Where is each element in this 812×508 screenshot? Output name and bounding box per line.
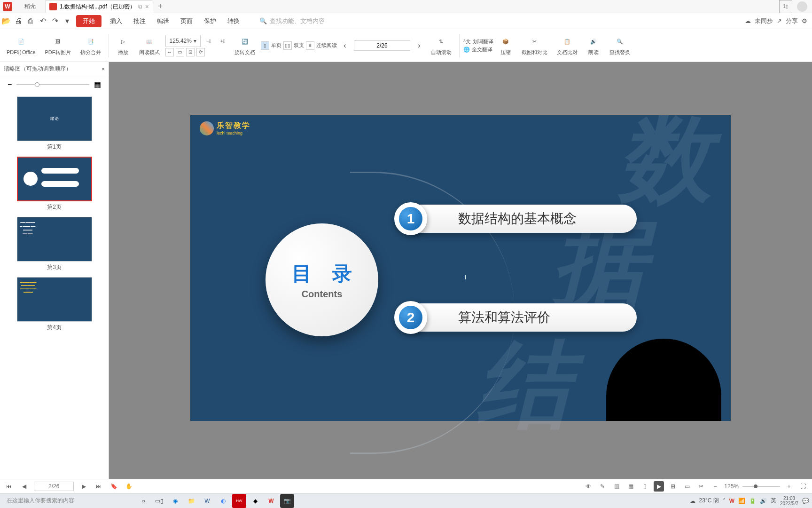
actual-size-icon[interactable]: ⊡ bbox=[186, 48, 195, 56]
continuous-label[interactable]: 连续阅读 bbox=[316, 42, 337, 49]
weather-label[interactable]: 23°C 阴 bbox=[699, 497, 719, 505]
first-page-icon[interactable]: ⏮ bbox=[4, 481, 14, 492]
prev-page-icon[interactable]: ‹ bbox=[339, 40, 351, 52]
explorer-icon[interactable]: 📁 bbox=[184, 494, 198, 508]
redo-icon[interactable]: ↷ bbox=[49, 15, 61, 27]
eye-icon[interactable]: 👁 bbox=[583, 481, 593, 492]
single-page-label[interactable]: 单页 bbox=[271, 42, 281, 49]
settings-icon[interactable]: ⚙ bbox=[802, 17, 807, 24]
fit-page-icon[interactable]: ▭ bbox=[176, 48, 184, 56]
app-icon-1[interactable]: ◆ bbox=[248, 494, 262, 508]
tab-detach-icon[interactable]: ⧉ bbox=[138, 3, 142, 10]
share-icon[interactable]: ↗ bbox=[777, 17, 782, 24]
user-avatar-icon[interactable] bbox=[797, 1, 807, 12]
zoom-status-label[interactable]: 125% bbox=[724, 483, 739, 490]
single-page-icon[interactable]: ▯ bbox=[261, 41, 269, 50]
notification-icon[interactable]: 💬 bbox=[802, 498, 809, 504]
prev-page-icon-status[interactable]: ◀ bbox=[19, 481, 29, 492]
last-page-icon[interactable]: ⏭ bbox=[94, 481, 104, 492]
thumb-page-3[interactable]: ▬▬ ▬▬▬▬▬ ▬▬▬ ▬▬▬▬▬▬▬▬ ▬▬ 第3页 bbox=[4, 217, 105, 271]
doc-compare-button[interactable]: 📋文档比对 bbox=[553, 33, 581, 58]
open-icon[interactable]: 📂 bbox=[0, 15, 12, 27]
bookmark-icon[interactable]: 🔖 bbox=[109, 481, 119, 492]
zoom-out-icon[interactable]: −⃝ bbox=[203, 35, 215, 47]
page-indicator[interactable]: 2/26 bbox=[354, 40, 410, 51]
panel-icon[interactable]: ▥ bbox=[611, 481, 622, 492]
tab-add-button[interactable]: + bbox=[153, 1, 168, 11]
fullscreen-icon[interactable]: ⛶ bbox=[798, 481, 808, 492]
find-replace-button[interactable]: 🔍查找替换 bbox=[606, 33, 634, 58]
compress-button[interactable]: 📦压缩 bbox=[495, 33, 516, 58]
pdf-to-image-button[interactable]: 🖼PDF转图片 bbox=[41, 33, 75, 58]
hand-icon[interactable]: ✋ bbox=[124, 481, 134, 492]
single-view-icon[interactable]: ▯ bbox=[640, 481, 650, 492]
play-button[interactable]: ▷播放 bbox=[113, 33, 133, 58]
layout-icon[interactable]: ▭ bbox=[682, 481, 692, 492]
wifi-icon[interactable]: 📶 bbox=[738, 498, 745, 504]
pencil-icon[interactable]: ✎ bbox=[597, 481, 608, 492]
zoom-in-status-icon[interactable]: + bbox=[784, 481, 794, 492]
menu-insert[interactable]: 插入 bbox=[104, 17, 128, 25]
rotate-button[interactable]: 🔄旋转文档 bbox=[231, 33, 259, 58]
fit-width-icon[interactable]: ↔ bbox=[165, 48, 174, 56]
pdf-to-office-button[interactable]: 📄PDF转Office bbox=[3, 33, 39, 58]
read-aloud-button[interactable]: 🔊朗读 bbox=[583, 33, 604, 58]
menu-convert[interactable]: 转换 bbox=[222, 17, 245, 25]
fit-icon[interactable]: ⊞ bbox=[668, 481, 678, 492]
quick-print-icon[interactable]: ⎙ bbox=[24, 15, 37, 27]
double-page-icon[interactable]: ▯▯ bbox=[283, 41, 292, 50]
screenshot-compare-button[interactable]: ✂截图和对比 bbox=[518, 33, 551, 58]
split-merge-button[interactable]: 📑拆分合并 bbox=[77, 33, 105, 58]
wps-tray-icon[interactable]: W bbox=[729, 498, 734, 504]
full-translate-button[interactable]: 全文翻译 bbox=[472, 46, 492, 53]
edge-icon[interactable]: ◉ bbox=[168, 494, 182, 508]
task-view-icon[interactable]: ▭▯ bbox=[152, 494, 166, 508]
thumb-page-4[interactable]: ▬▬▬▬▬▬▬▬▬▬▬▬▬▬▬▬▬▬▬▬▬▬▬▬ 第4页 bbox=[4, 277, 105, 332]
start-icon[interactable]: ○ bbox=[136, 494, 150, 508]
clock[interactable]: 21:03 2022/5/7 bbox=[780, 496, 798, 506]
menu-edit[interactable]: 编辑 bbox=[151, 17, 175, 25]
menu-page[interactable]: 页面 bbox=[175, 17, 198, 25]
next-page-icon[interactable]: › bbox=[413, 40, 425, 52]
search-input[interactable]: 🔍 查找功能、文档内容 bbox=[259, 17, 325, 25]
weather-icon[interactable]: ☁ bbox=[690, 498, 695, 504]
word-icon[interactable]: W bbox=[200, 494, 214, 508]
thumb-page-2[interactable]: 第2页 bbox=[4, 157, 105, 211]
ime-label[interactable]: 英 bbox=[771, 497, 776, 505]
read-mode-button[interactable]: 📖阅读模式 bbox=[135, 33, 164, 58]
taskbar-search[interactable]: 在这里输入你要搜索的内容 bbox=[3, 495, 134, 507]
close-panel-icon[interactable]: × bbox=[102, 66, 105, 72]
minus-icon[interactable]: − bbox=[8, 80, 12, 89]
grid-view-icon[interactable]: ▦ bbox=[625, 481, 636, 492]
share-label[interactable]: 分享 bbox=[786, 17, 798, 25]
menu-annotate[interactable]: 批注 bbox=[128, 17, 151, 25]
page-box[interactable]: 2/26 bbox=[34, 482, 74, 491]
browser-icon[interactable]: ◐ bbox=[216, 494, 230, 508]
undo-icon[interactable]: ↶ bbox=[37, 15, 49, 27]
tab-home[interactable]: 稻壳 bbox=[15, 2, 45, 10]
close-icon[interactable]: × bbox=[145, 3, 149, 10]
auto-scroll-button[interactable]: ⇅自动滚动 bbox=[427, 33, 455, 58]
dropdown-icon[interactable]: ▾ bbox=[61, 15, 73, 27]
huawei-icon[interactable]: HW bbox=[232, 494, 246, 508]
window-count[interactable]: 1▯ bbox=[779, 0, 792, 13]
battery-icon[interactable]: 🔋 bbox=[749, 498, 756, 504]
cloud-sync-icon[interactable]: ☁ bbox=[745, 17, 751, 24]
marquee-icon[interactable]: ⟳ bbox=[196, 48, 205, 56]
print-icon[interactable]: 🖨 bbox=[12, 15, 24, 27]
tab-file[interactable]: 1.数据结构-绪...pdf（已加密） ⧉ × bbox=[45, 0, 153, 13]
wps-icon[interactable]: W bbox=[264, 494, 278, 508]
chevron-up-icon[interactable]: ˄ bbox=[723, 498, 726, 504]
sync-label[interactable]: 未同步 bbox=[755, 17, 773, 25]
zoom-in-icon[interactable]: +⃝ bbox=[217, 35, 229, 47]
continuous-icon[interactable]: ≡ bbox=[306, 41, 314, 50]
present-icon[interactable]: ▶ bbox=[654, 481, 664, 492]
crop-status-icon[interactable]: ✂ bbox=[696, 481, 706, 492]
next-page-icon-status[interactable]: ▶ bbox=[78, 481, 89, 492]
double-page-label[interactable]: 双页 bbox=[294, 42, 304, 49]
grid-icon[interactable]: ▦ bbox=[94, 80, 101, 89]
zoom-slider[interactable] bbox=[742, 486, 780, 487]
menu-protect[interactable]: 保护 bbox=[198, 17, 222, 25]
volume-icon[interactable]: 🔊 bbox=[760, 498, 767, 504]
menu-start[interactable]: 开始 bbox=[76, 15, 102, 27]
